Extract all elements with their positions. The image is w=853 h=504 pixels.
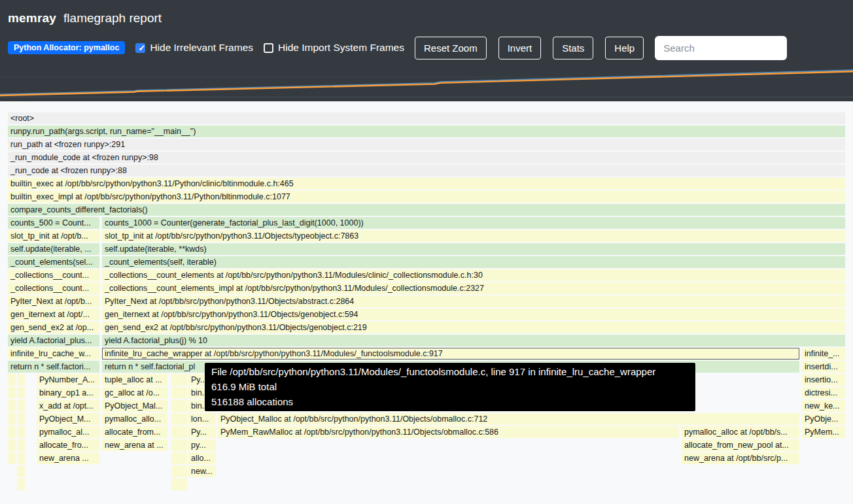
- flame-frame[interactable]: allocate_fro...: [37, 439, 99, 451]
- flame-frame[interactable]: Py...: [188, 426, 216, 438]
- flame-frame[interactable]: [171, 426, 187, 438]
- flame-frame[interactable]: [171, 452, 187, 464]
- tooltip-line: 516188 allocations: [211, 394, 689, 409]
- flame-frame[interactable]: tuple_alloc at ...: [102, 374, 167, 386]
- flame-frame[interactable]: self.update(iterable, **kwds): [102, 243, 845, 255]
- flame-frame[interactable]: counts_500 = Count...: [8, 217, 99, 229]
- flame-frame[interactable]: allocate_from_new_pool at...: [682, 439, 799, 451]
- flame-frame[interactable]: x_add at /opt...: [37, 400, 99, 412]
- flame-frame[interactable]: gen_iternext at /opt/bb/src/python/pytho…: [102, 309, 845, 320]
- flame-frame[interactable]: [171, 479, 187, 490]
- flame-frame[interactable]: PyObject_Malloc at /opt/bb/src/python/py…: [218, 413, 799, 425]
- flame-frame[interactable]: infinite_...: [802, 348, 845, 360]
- flame-frame[interactable]: [171, 374, 187, 386]
- flame-frame[interactable]: infinite_lru_cache_wrapper at /opt/bb/sr…: [102, 348, 799, 360]
- flame-frame[interactable]: runpy.run_path(args.script, run_name="__…: [8, 126, 845, 137]
- flame-frame[interactable]: _collections__count_elements at /opt/bb/…: [102, 269, 845, 281]
- flame-frame[interactable]: [171, 387, 187, 399]
- flame-frame[interactable]: PyObje...: [802, 413, 845, 425]
- flame-frame[interactable]: yield A.factorial_plus(j) % 10: [102, 335, 845, 346]
- flame-frame[interactable]: new_arena at ...: [102, 439, 167, 451]
- flame-frame[interactable]: PyNumber_A...: [37, 374, 99, 386]
- flame-frame[interactable]: compare_counts_different_factorials(): [8, 204, 845, 216]
- flame-frame[interactable]: return n * self.factori...: [8, 361, 99, 373]
- flame-frame[interactable]: _collections__count_elements_impl at /op…: [102, 282, 845, 294]
- flame-frame[interactable]: _run_module_code at <frozen runpy>:98: [8, 152, 845, 163]
- flame-frame[interactable]: [8, 374, 16, 386]
- flame-frame[interactable]: slot_tp_init at /opt/b...: [8, 230, 99, 242]
- flame-frame[interactable]: run_path at <frozen runpy>:291: [8, 139, 845, 150]
- flame-frame[interactable]: PyMem_RawMalloc at /opt/bb/src/python/py…: [218, 426, 679, 438]
- flame-frame[interactable]: [171, 439, 187, 451]
- flame-frame[interactable]: [17, 465, 25, 477]
- flame-frame[interactable]: [17, 479, 25, 490]
- flame-frame[interactable]: [8, 413, 16, 425]
- flame-frame[interactable]: allocate_from...: [102, 426, 167, 438]
- flame-frame[interactable]: gen_send_ex2 at /opt/bb/src/python/pytho…: [102, 322, 845, 333]
- flame-frame[interactable]: yield A.factorial_plus...: [8, 335, 99, 346]
- flame-frame[interactable]: [171, 465, 187, 477]
- flame-frame[interactable]: _collections__count...: [8, 282, 99, 294]
- flame-frame[interactable]: gc_alloc at /o...: [102, 387, 167, 399]
- flame-frame[interactable]: pymalloc_al...: [37, 426, 99, 438]
- flame-frame[interactable]: slot_tp_init at /opt/bb/src/python/pytho…: [102, 230, 845, 242]
- flame-frame[interactable]: new...: [188, 465, 216, 477]
- flame-frame[interactable]: insertio...: [802, 374, 845, 386]
- flame-frame[interactable]: [8, 426, 16, 438]
- flame-frame[interactable]: PyObject_M...: [37, 413, 99, 425]
- flame-frame[interactable]: [8, 400, 16, 412]
- flame-frame[interactable]: <root>: [8, 112, 845, 124]
- flame-frame[interactable]: infinite_lru_cache_w...: [8, 348, 99, 360]
- flame-frame[interactable]: new_arena ...: [37, 452, 99, 464]
- flame-frame[interactable]: pymalloc_allo...: [102, 413, 167, 425]
- flame-frame[interactable]: PyIter_Next at /opt/b...: [8, 295, 99, 307]
- flame-frame[interactable]: insertdi...: [802, 361, 845, 373]
- flame-frame[interactable]: dictresi...: [802, 387, 845, 399]
- flame-frame[interactable]: allo...: [188, 452, 216, 464]
- flame-frame[interactable]: [17, 413, 25, 425]
- flame-frame[interactable]: [17, 400, 25, 412]
- flame-frame[interactable]: [171, 413, 187, 425]
- flame-frame[interactable]: builtin_exec at /opt/bb/src/python/pytho…: [8, 178, 845, 190]
- flame-frame[interactable]: new_ke...: [802, 400, 845, 412]
- tooltip-line: 616.9 MiB total: [211, 379, 689, 394]
- flame-frame[interactable]: _count_elements(sel...: [8, 256, 99, 268]
- flame-frame[interactable]: [8, 387, 16, 399]
- flame-frame[interactable]: gen_send_ex2 at /op...: [8, 322, 99, 333]
- flame-frame[interactable]: PyMem...: [802, 426, 845, 438]
- flame-frame[interactable]: _run_code at <frozen runpy>:88: [8, 165, 845, 176]
- flame-frame[interactable]: py...: [188, 439, 216, 451]
- frame-tooltip: File /opt/bb/src/python/python3.11/Modul…: [205, 363, 695, 411]
- flame-frame[interactable]: [17, 452, 25, 464]
- flamegraph: <root>runpy.run_path(args.script, run_na…: [0, 0, 853, 504]
- flame-frame[interactable]: counts_1000 = Counter(generate_factorial…: [102, 217, 845, 229]
- flame-frame[interactable]: [17, 387, 25, 399]
- flame-frame[interactable]: [8, 439, 16, 451]
- flame-frame[interactable]: [171, 400, 187, 412]
- flame-frame[interactable]: new_arena at /opt/bb/src/p...: [682, 452, 799, 464]
- flame-frame[interactable]: lon...: [188, 413, 216, 425]
- flame-frame[interactable]: self.update(iterable, ...: [8, 243, 99, 255]
- flame-frame[interactable]: binary_op1 a...: [37, 387, 99, 399]
- flame-frame[interactable]: PyObject_Mal...: [102, 400, 167, 412]
- flame-frame[interactable]: builtin_exec_impl at /opt/bb/src/python/…: [8, 191, 845, 203]
- flame-frame[interactable]: [17, 439, 25, 451]
- flame-frame[interactable]: [17, 374, 25, 386]
- flame-frame[interactable]: pymalloc_alloc at /opt/bb/s...: [682, 426, 799, 438]
- flame-frame[interactable]: PyIter_Next at /opt/bb/src/python/python…: [102, 295, 845, 307]
- flame-frame[interactable]: gen_iternext at /opt/...: [8, 309, 99, 320]
- flame-frame[interactable]: _count_elements(self, iterable): [102, 256, 845, 268]
- flame-frame[interactable]: _collections__count...: [8, 269, 99, 281]
- flame-frame[interactable]: [17, 426, 25, 438]
- tooltip-line: File /opt/bb/src/python/python3.11/Modul…: [211, 364, 689, 379]
- flame-frame[interactable]: [8, 452, 16, 464]
